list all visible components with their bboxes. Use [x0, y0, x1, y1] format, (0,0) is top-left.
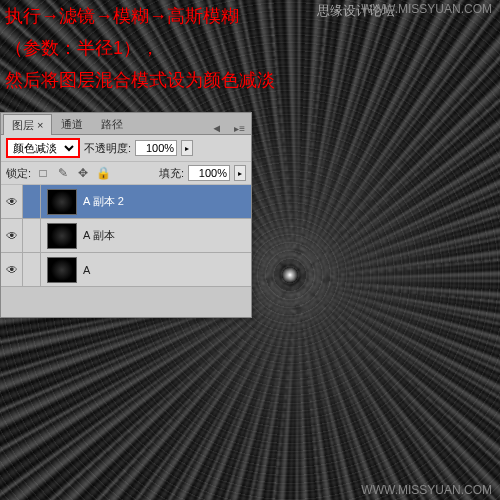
panel-menu-icon[interactable]: ▸≡ — [228, 123, 251, 134]
opacity-input[interactable] — [135, 140, 177, 156]
lock-label: 锁定: — [6, 166, 31, 181]
opacity-flyout-icon[interactable]: ▸ — [181, 140, 193, 156]
instruction-line3: 然后将图层混合模式设为颜色减淡 — [5, 64, 495, 96]
layers-list: 👁 A 副本 2 👁 A 副本 👁 A — [1, 185, 251, 317]
lock-fill-row: 锁定: □ ✎ ✥ 🔒 填充: ▸ — [1, 162, 251, 185]
lock-icons: □ ✎ ✥ 🔒 — [35, 166, 111, 180]
instruction-line2: （参数：半径1）， — [5, 32, 495, 64]
layers-empty-area — [1, 287, 251, 317]
layer-thumbnail[interactable] — [47, 223, 77, 249]
link-cell[interactable] — [23, 185, 41, 218]
layer-thumbnail[interactable] — [47, 189, 77, 215]
layer-row[interactable]: 👁 A — [1, 253, 251, 287]
tab-paths[interactable]: 路径 — [92, 113, 132, 134]
tab-channels[interactable]: 通道 — [52, 113, 92, 134]
blend-mode-highlight: 颜色减淡 — [6, 138, 80, 158]
blend-opacity-row: 颜色减淡 不透明度: ▸ — [1, 135, 251, 162]
watermark-top: WWW.MISSYUAN.COM — [361, 2, 492, 16]
layer-row[interactable]: 👁 A 副本 — [1, 219, 251, 253]
lock-move-icon[interactable]: ✥ — [75, 166, 91, 180]
opacity-label: 不透明度: — [84, 141, 131, 156]
visibility-eye-icon[interactable]: 👁 — [1, 185, 23, 218]
layer-name[interactable]: A 副本 2 — [83, 194, 251, 209]
lock-brush-icon[interactable]: ✎ — [55, 166, 71, 180]
fill-input[interactable] — [188, 165, 230, 181]
visibility-eye-icon[interactable]: 👁 — [1, 219, 23, 252]
layer-name[interactable]: A — [83, 264, 251, 276]
visibility-eye-icon[interactable]: 👁 — [1, 253, 23, 286]
layer-thumbnail[interactable] — [47, 257, 77, 283]
fill-flyout-icon[interactable]: ▸ — [234, 165, 246, 181]
link-cell[interactable] — [23, 253, 41, 286]
watermark-bottom: WWW.MISSYUAN.COM — [361, 483, 492, 497]
layer-row[interactable]: 👁 A 副本 2 — [1, 185, 251, 219]
link-cell[interactable] — [23, 219, 41, 252]
fill-label: 填充: — [159, 166, 184, 181]
layer-name[interactable]: A 副本 — [83, 228, 251, 243]
layers-panel: 图层 × 通道 路径 ◄ ▸≡ 颜色减淡 不透明度: ▸ 锁定: □ ✎ ✥ 🔒… — [0, 112, 252, 318]
lock-pixels-icon[interactable]: □ — [35, 166, 51, 180]
tab-layers[interactable]: 图层 × — [3, 114, 52, 135]
lock-all-icon[interactable]: 🔒 — [95, 166, 111, 180]
panel-collapse-icon[interactable]: ◄ — [205, 122, 228, 134]
blend-mode-select[interactable]: 颜色减淡 — [9, 141, 77, 155]
panel-tabs: 图层 × 通道 路径 ◄ ▸≡ — [1, 113, 251, 135]
